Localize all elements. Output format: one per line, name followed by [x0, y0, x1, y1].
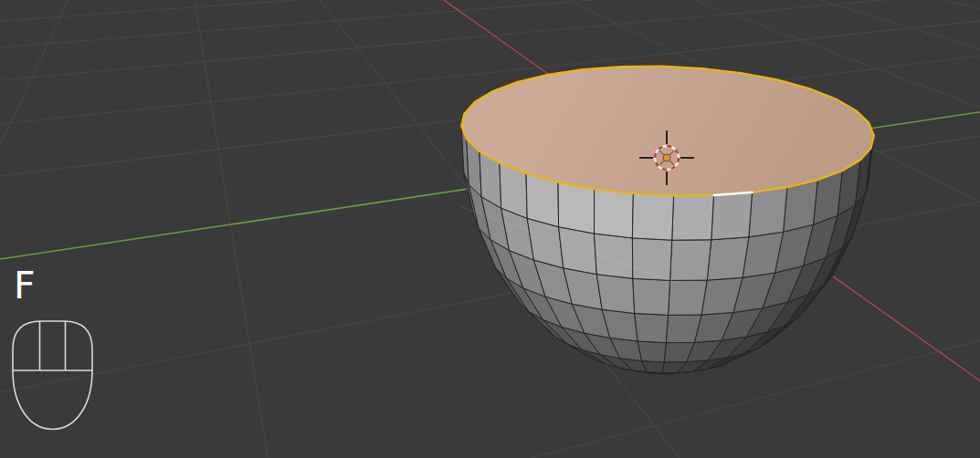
- mesh-face[interactable]: [595, 189, 634, 238]
- mesh-face[interactable]: [711, 193, 753, 240]
- mesh-face[interactable]: [638, 341, 666, 362]
- mesh-face[interactable]: [672, 195, 714, 240]
- mesh-face[interactable]: [707, 237, 749, 280]
- pressed-key-label: F: [14, 264, 36, 307]
- mesh-face[interactable]: [596, 275, 634, 314]
- object-origin-dot: [663, 154, 670, 161]
- mesh-face[interactable]: [558, 182, 595, 234]
- mesh-face[interactable]: [669, 280, 708, 315]
- mesh-face[interactable]: [633, 278, 670, 315]
- blender-3d-viewport[interactable]: F: [0, 0, 980, 458]
- mesh-face[interactable]: [635, 314, 669, 343]
- mesh-face[interactable]: [559, 227, 597, 275]
- mesh-face[interactable]: [749, 187, 787, 237]
- mesh-face[interactable]: [632, 193, 673, 240]
- mesh-face[interactable]: [670, 240, 711, 281]
- viewport-canvas[interactable]: F: [0, 0, 980, 458]
